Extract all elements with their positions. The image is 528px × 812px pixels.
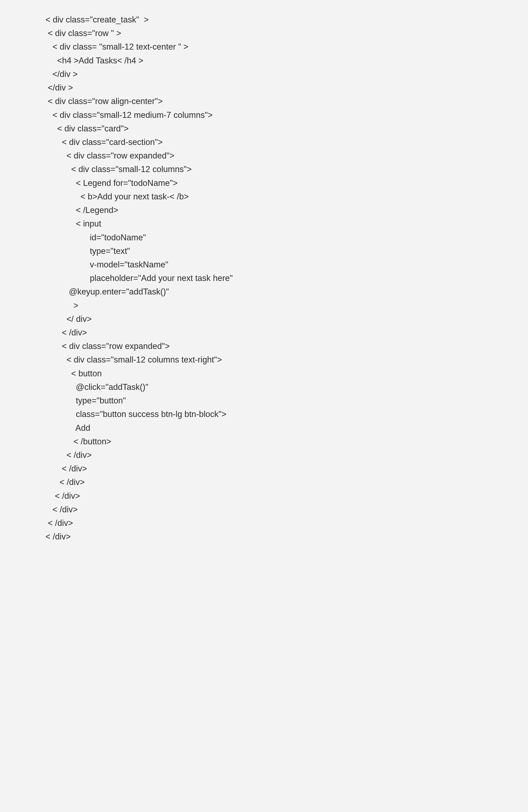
code-line: @keyup.enter="addTask()"	[45, 285, 528, 299]
code-line: < /div>	[45, 448, 528, 462]
code-line: < div class="row align-center">	[45, 95, 528, 108]
code-line: v-model="taskName"	[45, 258, 528, 272]
code-line: < /div>	[45, 517, 528, 530]
code-line: </div >	[45, 68, 528, 81]
code-line: </div >	[45, 81, 528, 95]
code-line: < /div>	[45, 326, 528, 339]
code-line: < div class="row expanded">	[45, 339, 528, 353]
code-line: <h4 >Add Tasks< /h4 >	[45, 54, 528, 68]
code-line: @click="addTask()"	[45, 380, 528, 394]
code-line: < div class="row " >	[45, 27, 528, 40]
code-line: placeholder="Add your next task here"	[45, 272, 528, 285]
code-line: < div class="create_task" >	[45, 13, 528, 27]
code-line: < div class="card">	[45, 122, 528, 135]
code-line: type="button"	[45, 394, 528, 407]
code-line: < /div>	[45, 476, 528, 489]
code-line: id="todoName"	[45, 231, 528, 244]
code-line: < div class="small-12 columns text-right…	[45, 353, 528, 366]
code-line: < /div>	[45, 503, 528, 517]
code-line: < button	[45, 367, 528, 380]
code-line: < div class="small-12 medium-7 columns">	[45, 108, 528, 122]
code-line: Add	[45, 421, 528, 435]
code-line: < div class="card-section">	[45, 135, 528, 149]
code-line: </ div>	[45, 313, 528, 326]
code-line: < div class= "small-12 text-center " >	[45, 40, 528, 54]
code-line: < /div>	[45, 530, 528, 543]
code-line: < div class="small-12 columns">	[45, 162, 528, 176]
code-line: < /div>	[45, 462, 528, 476]
code-line: type="text"	[45, 244, 528, 258]
code-snippet: < div class="create_task" > < div class=…	[0, 13, 528, 544]
code-line: < input	[45, 217, 528, 231]
code-line: < /Legend>	[45, 203, 528, 217]
code-line: < /button>	[45, 435, 528, 448]
code-line: < b>Add your next task-< /b>	[45, 190, 528, 203]
code-line: < /div>	[45, 489, 528, 503]
code-line: class="button success btn-lg btn-block">	[45, 407, 528, 421]
code-line: < Legend for="todoName">	[45, 176, 528, 190]
code-line: < div class="row expanded">	[45, 149, 528, 162]
code-line: >	[45, 299, 528, 313]
